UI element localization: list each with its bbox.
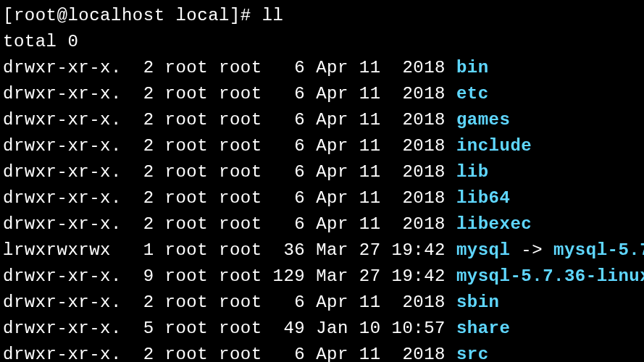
file-name: mysql <box>456 240 511 260</box>
file-meta: drwxr-xr-x. 2 root root 6 Apr 11 2018 <box>3 188 456 208</box>
symlink-arrow: -> <box>510 240 553 260</box>
file-entry: drwxr-xr-x. 2 root root 6 Apr 11 2018 sb… <box>3 290 641 316</box>
file-meta: drwxr-xr-x. 2 root root 6 Apr 11 2018 <box>3 214 456 234</box>
file-meta: drwxr-xr-x. 2 root root 6 Apr 11 2018 <box>3 345 456 362</box>
file-name: lib <box>456 162 489 182</box>
file-entry: lrwxrwxrwx 1 root root 36 Mar 27 19:42 m… <box>3 237 641 264</box>
file-listing: drwxr-xr-x. 2 root root 6 Apr 11 2018 bi… <box>3 55 641 362</box>
file-name: share <box>456 319 511 338</box>
file-entry: drwxr-xr-x. 2 root root 6 Apr 11 2018 et… <box>3 81 641 107</box>
total-line: total 0 <box>3 29 641 55</box>
prompt-line[interactable]: [root@localhost local]# ll <box>3 3 641 29</box>
file-name: src <box>456 345 489 362</box>
file-meta: drwxr-xr-x. 2 root root 6 Apr 11 2018 <box>3 136 456 156</box>
file-entry: drwxr-xr-x. 2 root root 6 Apr 11 2018 li… <box>3 159 641 185</box>
file-meta: drwxr-xr-x. 2 root root 6 Apr 11 2018 <box>3 110 456 130</box>
file-meta: drwxr-xr-x. 2 root root 6 Apr 11 2018 <box>3 162 456 182</box>
file-meta: drwxr-xr-x. 2 root root 6 Apr 11 2018 <box>3 292 456 312</box>
file-meta: drwxr-xr-x. 2 root root 6 Apr 11 2018 <box>3 84 456 104</box>
file-meta: drwxr-xr-x. 2 root root 6 Apr 11 2018 <box>3 58 456 77</box>
file-entry: drwxr-xr-x. 2 root root 6 Apr 11 2018 sr… <box>3 342 641 362</box>
file-entry: drwxr-xr-x. 2 root root 6 Apr 11 2018 in… <box>3 133 641 159</box>
file-name: include <box>456 136 532 156</box>
file-entry: drwxr-xr-x. 5 root root 49 Jan 10 10:57 … <box>3 316 641 342</box>
file-name: lib64 <box>456 188 511 208</box>
shell-prompt: [root@localhost local]# <box>3 6 262 25</box>
file-entry: drwxr-xr-x. 2 root root 6 Apr 11 2018 ga… <box>3 107 641 133</box>
file-entry: drwxr-xr-x. 9 root root 129 Mar 27 19:42… <box>3 264 641 290</box>
file-name: bin <box>456 58 489 77</box>
file-meta: lrwxrwxrwx 1 root root 36 Mar 27 19:42 <box>3 240 456 260</box>
file-name: games <box>456 110 511 130</box>
file-entry: drwxr-xr-x. 2 root root 6 Apr 11 2018 bi… <box>3 55 641 81</box>
file-entry: drwxr-xr-x. 2 root root 6 Apr 11 2018 li… <box>3 185 641 211</box>
file-name: libexec <box>456 214 532 234</box>
file-entry: drwxr-xr-x. 2 root root 6 Apr 11 2018 li… <box>3 211 641 237</box>
file-meta: drwxr-xr-x. 9 root root 129 Mar 27 19:42 <box>3 266 456 286</box>
command-text: ll <box>262 6 284 25</box>
file-meta: drwxr-xr-x. 5 root root 49 Jan 10 10:57 <box>3 319 456 338</box>
file-name: sbin <box>456 292 500 312</box>
file-name: mysql-5.7.36-linux-glibc2.12-x86_64 <box>456 266 644 286</box>
file-name: etc <box>456 84 489 104</box>
symlink-target: mysql-5.7.36-linux-glibc2.12-x86_64/ <box>553 240 644 260</box>
